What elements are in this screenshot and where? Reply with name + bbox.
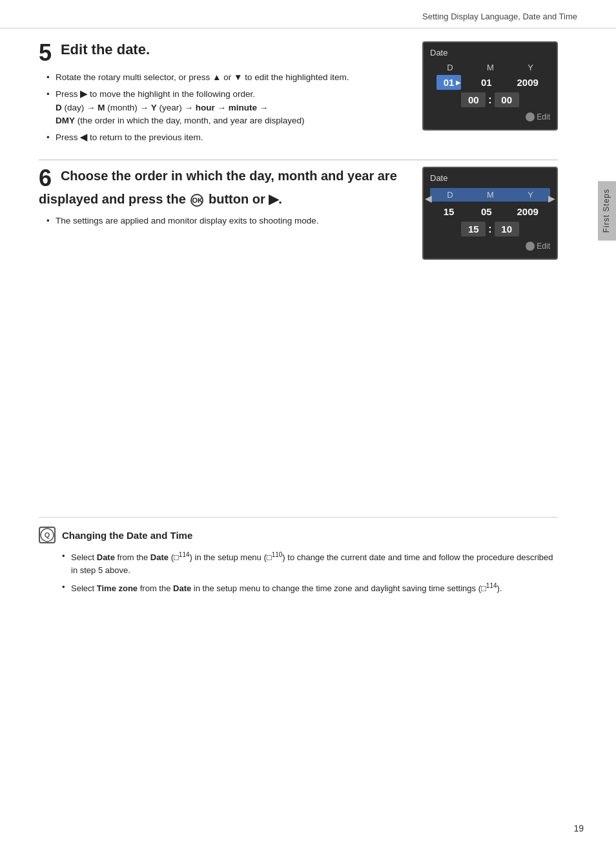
note-bullet1: Select Date from the Date (□114) in the …: [62, 550, 558, 576]
step6-block: 6 Choose the order in which the day, mon…: [39, 167, 558, 271]
note-bullets: Select Date from the Date (□114) in the …: [62, 550, 558, 594]
page-header: Setting Display Language, Date and Time: [0, 0, 616, 28]
step6-minute-val: 10: [495, 222, 519, 236]
note-icon: Q: [39, 527, 56, 543]
step5-minute-val: 00: [495, 92, 519, 107]
ok-circle-icon: OK: [190, 194, 203, 207]
step5-left: 5 Edit the date. Rotate the rotary multi…: [39, 41, 407, 148]
step5-date-headers: D M Y: [430, 63, 550, 72]
step6-date-values: 15 05 2009: [430, 204, 550, 219]
step5-edit-icon: [526, 112, 535, 121]
nav-left-arrow-icon: ◀: [425, 193, 432, 204]
note-section: Q Changing the Date and Time Select Date…: [39, 517, 558, 594]
step5-date-box: Date D M Y 01▶ 01 2009 00: [422, 41, 558, 131]
step6-header-m: M: [487, 190, 494, 200]
step5-edit-row: Edit: [430, 112, 550, 121]
step5-hour-val: 00: [461, 92, 486, 107]
note-bullet2: Select Time zone from the Date in the se…: [62, 581, 558, 595]
step5-date-values: 01▶ 01 2009: [430, 75, 550, 90]
main-content: 5 Edit the date. Rotate the rotary multi…: [0, 28, 597, 611]
page-title: Setting Display Language, Date and Time: [422, 12, 577, 21]
step6-date-headers: D M Y: [430, 188, 550, 202]
step5-date-widget: Date D M Y 01▶ 01 2009 00: [422, 41, 558, 148]
step5-block: 5 Edit the date. Rotate the rotary multi…: [39, 41, 558, 160]
nav-right-arrow-icon: ▶: [548, 193, 555, 204]
step6-hour-val: 15: [461, 222, 486, 236]
step6-title-block: 6 Choose the order in which the day, mon…: [39, 167, 407, 208]
step5-month-val: 01: [474, 75, 498, 90]
side-tab: First Steps: [598, 181, 616, 240]
step6-nav-container: ◀ ▶ D M Y: [430, 188, 550, 202]
step6-edit-icon: [526, 242, 535, 251]
page-container: Setting Display Language, Date and Time …: [0, 0, 616, 849]
step5-header-d: D: [447, 63, 453, 72]
step5-day-val: 01▶: [436, 75, 461, 90]
step6-left: 6 Choose the order in which the day, mon…: [39, 167, 407, 260]
note-header: Q Changing the Date and Time: [39, 527, 558, 543]
step6-day-val: 15: [436, 204, 461, 219]
page-number: 19: [573, 823, 584, 833]
step6-date-box: Date ◀ ▶ D M Y 15 05 2009: [422, 167, 558, 260]
step5-bullet3: Press ◀ to return to the previous item.: [46, 131, 407, 144]
step6-date-widget: Date ◀ ▶ D M Y 15 05 2009: [422, 167, 558, 260]
step6-month-val: 05: [474, 204, 498, 219]
step5-number: 5: [39, 41, 52, 65]
step6-header-y: Y: [528, 190, 533, 200]
step5-date-label: Date: [430, 48, 550, 58]
step6-colon: :: [488, 224, 491, 235]
step6-number: 6: [39, 167, 52, 190]
step6-edit-label: Edit: [537, 242, 550, 251]
step5-time-row: 00 : 00: [430, 92, 550, 107]
step5-header-y: Y: [528, 63, 533, 72]
step5-title-block: 5 Edit the date.: [39, 41, 407, 65]
step6-title: Choose the order in which the day, month…: [39, 169, 397, 206]
step5-edit-label: Edit: [537, 112, 550, 121]
step6-time-row: 15 : 10: [430, 222, 550, 236]
svg-text:Q: Q: [45, 531, 50, 539]
step5-year-val: 2009: [512, 75, 544, 90]
step5-colon: :: [488, 94, 491, 106]
step5-header-m: M: [487, 63, 494, 72]
step5-bullet2: Press ▶ to move the highlight in the fol…: [46, 88, 407, 127]
note-title: Changing the Date and Time: [62, 530, 192, 541]
step5-bullet1: Rotate the rotary multi selector, or pre…: [46, 71, 407, 84]
step6-bullet1: The settings are applied and monitor dis…: [46, 215, 407, 227]
step6-date-label: Date: [430, 173, 550, 183]
step5-bullets: Rotate the rotary multi selector, or pre…: [46, 71, 407, 144]
step5-title: Edit the date.: [61, 41, 150, 58]
step6-edit-row: Edit: [430, 242, 550, 251]
step6-bullets: The settings are applied and monitor dis…: [46, 215, 407, 227]
step6-header-d: D: [447, 190, 453, 200]
step6-year-val: 2009: [512, 204, 544, 219]
